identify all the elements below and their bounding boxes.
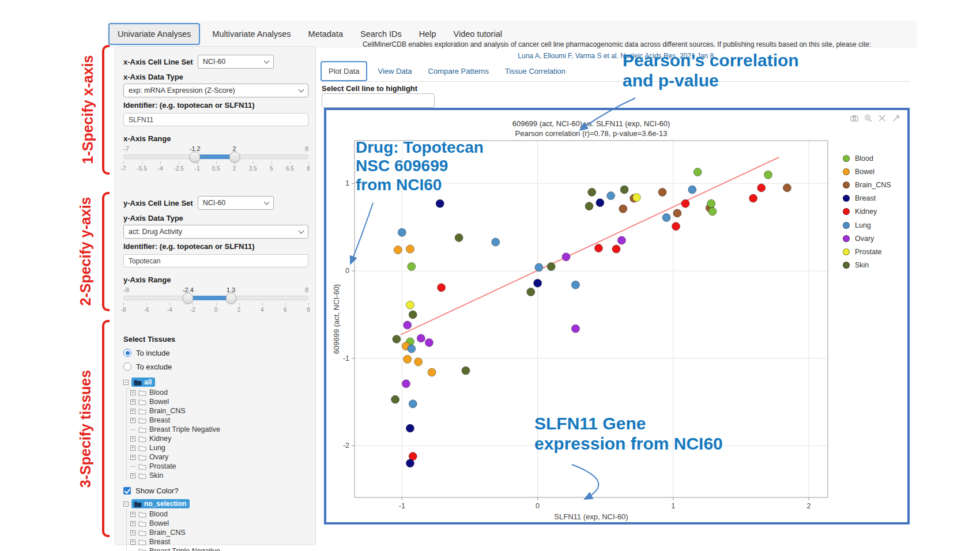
- legend-item-kidney[interactable]: Kidney: [843, 205, 891, 218]
- radio-icon[interactable]: [123, 363, 131, 371]
- folder-icon: [138, 454, 146, 461]
- x-identifier-input[interactable]: SLFN11: [123, 113, 308, 126]
- expand-icon[interactable]: +: [130, 409, 135, 414]
- scatter-point: [547, 263, 555, 271]
- legend-item-breast[interactable]: Breast: [843, 192, 891, 205]
- expand-icon[interactable]: +: [130, 512, 135, 517]
- legend-item-brain_cns[interactable]: Brain_CNS: [843, 178, 891, 191]
- x-cell-line-set-select[interactable]: NCI-60: [198, 55, 274, 69]
- nav-item-multivariate-analyses[interactable]: Multivariate Analyses: [203, 29, 299, 39]
- scatter-point: [428, 368, 436, 376]
- citation-link[interactable]: Luna A, Elloumi F, Varma S et al. Nuclei…: [324, 52, 910, 60]
- expand-icon[interactable]: +: [130, 530, 135, 535]
- tissue-radio-to-exclude[interactable]: To exclude: [123, 362, 307, 371]
- legend-dot: [843, 168, 850, 175]
- slider-handle-to[interactable]: [229, 152, 240, 163]
- step-bracket-1: [102, 45, 110, 175]
- x-identifier-label: Identifier: (e.g. topotecan or SLFN11): [123, 101, 307, 110]
- slider-tick: [169, 303, 170, 305]
- expand-icon[interactable]: +: [130, 418, 135, 423]
- tree-item-prostate[interactable]: Prostate: [130, 462, 307, 471]
- callout-line: Drug: Topotecan: [356, 138, 484, 157]
- show-color-checkbox-row[interactable]: Show Color?: [123, 486, 307, 495]
- expand-icon[interactable]: +: [130, 473, 135, 478]
- tree-item-breast[interactable]: +Breast: [130, 416, 307, 425]
- legend-item-lung[interactable]: Lung: [843, 218, 891, 232]
- scatter-point: [455, 233, 463, 241]
- tab-compare-patterns[interactable]: Compare Patterns: [420, 67, 497, 76]
- slider-tick: [160, 161, 161, 164]
- legend-dot: [843, 208, 850, 215]
- tree-item-skin[interactable]: +Skin: [130, 471, 307, 480]
- y-cell-line-set-select[interactable]: NCI-60: [198, 196, 274, 210]
- expand-icon[interactable]: +: [130, 436, 135, 441]
- y-identifier-input[interactable]: Topotecan: [123, 254, 308, 267]
- legend-dot: [843, 182, 850, 188]
- expand-icon[interactable]: +: [130, 446, 135, 451]
- tree-item-breast-triple-negative[interactable]: Breast Triple Negative: [130, 425, 307, 434]
- tree-root-all[interactable]: − all: [123, 377, 307, 387]
- nav-item-metadata[interactable]: Metadata: [300, 29, 352, 39]
- scatter-point: [757, 184, 766, 192]
- legend-item-ovary[interactable]: Ovary: [843, 232, 891, 245]
- legend-item-blood[interactable]: Blood: [843, 152, 891, 165]
- tissue-radio-to-include[interactable]: To include: [123, 348, 307, 357]
- slider-handle-to[interactable]: [225, 293, 236, 304]
- legend-item-prostate[interactable]: Prostate: [843, 245, 891, 258]
- scatter-point: [673, 209, 681, 217]
- expand-icon[interactable]: +: [130, 399, 135, 405]
- scatter-point: [607, 192, 615, 200]
- y-data-type-select[interactable]: act: Drug Activity: [123, 225, 308, 239]
- tree-item-bowel[interactable]: +Bowel: [130, 519, 307, 528]
- expand-icon[interactable]: +: [130, 390, 135, 395]
- tree-root-no-selection[interactable]: − no_selection: [123, 499, 307, 509]
- tree-item-blood[interactable]: +Blood: [130, 388, 307, 397]
- x-range-slider[interactable]: -78-1.22-7-5.5-4-2.5-10.523.556.58: [123, 145, 308, 179]
- tree-item-ovary[interactable]: +Ovary: [130, 452, 307, 462]
- x-tick-label: 0: [536, 502, 540, 510]
- slider-tick: [272, 161, 272, 164]
- tab-plot-data[interactable]: Plot Data: [321, 61, 367, 81]
- collapse-icon[interactable]: −: [123, 501, 129, 507]
- highlight-input[interactable]: [322, 93, 435, 108]
- folder-icon: [138, 530, 146, 536]
- nav-item-help[interactable]: Help: [410, 29, 445, 39]
- slider-handle-from[interactable]: [183, 293, 194, 304]
- legend-item-skin[interactable]: Skin: [843, 259, 891, 272]
- x-data-type-select[interactable]: exp: mRNA Expression (Z-Score): [123, 84, 308, 97]
- legend-item-bowel[interactable]: Bowel: [843, 165, 891, 178]
- tree-item-brain_cns[interactable]: +Brain_CNS: [130, 406, 307, 416]
- nav-item-search-ids[interactable]: Search IDs: [352, 29, 410, 39]
- expand-icon[interactable]: +: [130, 539, 135, 545]
- scatter-point: [612, 245, 620, 253]
- scatter-point: [693, 168, 702, 176]
- radio-icon[interactable]: [123, 349, 131, 357]
- leaf-connector: [130, 429, 135, 430]
- tree-item-label: Skin: [149, 471, 163, 480]
- tab-tissue-correlation[interactable]: Tissue Correlation: [497, 67, 574, 76]
- nav-item-univariate-analyses[interactable]: Univariate Analyses: [108, 23, 200, 45]
- folder-icon: [134, 501, 142, 507]
- expand-icon[interactable]: +: [130, 521, 135, 526]
- x-data-type-label: x-Axis Data Type: [123, 73, 307, 81]
- tree-item-breast-triple-negative[interactable]: Breast Triple Negative: [130, 546, 307, 551]
- tree-item-brain_cns[interactable]: +Brain_CNS: [130, 528, 307, 537]
- callout-line: and p-value: [623, 71, 799, 91]
- scatter-point: [406, 459, 414, 467]
- chevron-down-icon: [263, 199, 269, 205]
- expand-icon[interactable]: +: [130, 455, 135, 460]
- tree-item-bowel[interactable]: +Bowel: [130, 397, 307, 406]
- tree-item-blood[interactable]: +Blood: [130, 510, 307, 519]
- show-color-checkbox[interactable]: [123, 487, 131, 495]
- tree-item-kidney[interactable]: +Kidney: [130, 434, 307, 443]
- scatter-point: [406, 245, 414, 253]
- collapse-icon[interactable]: −: [123, 380, 129, 385]
- slider-handle-from[interactable]: [190, 152, 201, 163]
- y-range-slider[interactable]: -88-2.41.3-8-6-4-202468: [123, 286, 308, 320]
- nav-item-video-tutorial[interactable]: Video tutorial: [445, 29, 511, 39]
- tab-view-data[interactable]: View Data: [370, 67, 420, 76]
- tree-item-lung[interactable]: +Lung: [130, 443, 307, 452]
- slider-tick-label: 5: [270, 165, 273, 172]
- scatter-point: [662, 214, 670, 222]
- tree-item-breast[interactable]: +Breast: [130, 537, 307, 546]
